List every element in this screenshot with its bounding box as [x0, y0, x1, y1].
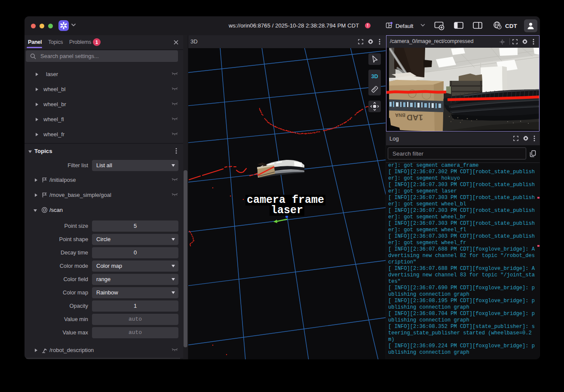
svg-text:1AD: 1AD	[407, 113, 423, 122]
svg-text:BNA: BNA	[395, 113, 405, 118]
